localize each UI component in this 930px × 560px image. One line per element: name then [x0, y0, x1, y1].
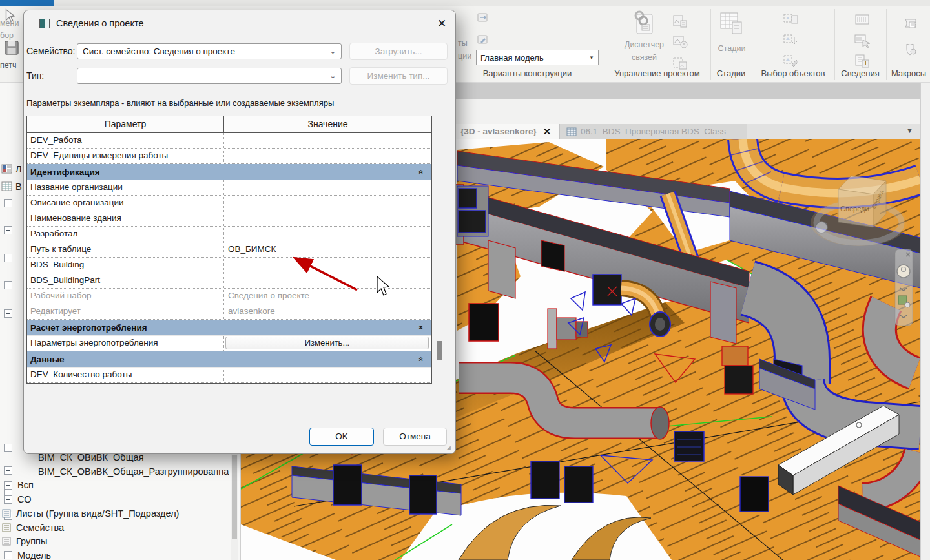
param-value[interactable]: [224, 211, 431, 226]
param-value[interactable]: [224, 196, 431, 211]
tree-expander[interactable]: [4, 281, 12, 289]
edit-energy-button[interactable]: Изменить...: [225, 337, 429, 349]
select-edit-icon[interactable]: [783, 53, 800, 70]
browser-item[interactable]: Всп: [4, 480, 34, 490]
panel-manage-project[interactable]: Управление проектом: [604, 68, 710, 80]
param-value[interactable]: [224, 180, 431, 195]
ribbon-frag-3: петч: [0, 61, 17, 70]
param-row[interactable]: Путь к таблицеОВ_БИМСК: [27, 242, 431, 258]
dialog-icon: [39, 19, 50, 28]
phases-button-label[interactable]: Стадии: [713, 44, 750, 53]
browser-scrollbar[interactable]: [231, 454, 238, 560]
load-button[interactable]: Загрузить...: [349, 43, 448, 60]
tab-list-arrow-icon[interactable]: ▼: [906, 127, 913, 134]
param-row[interactable]: BDS_Building: [27, 258, 431, 273]
panel-macros[interactable]: Макросы: [886, 68, 930, 80]
collapse-chevron-icon[interactable]: «: [417, 170, 426, 174]
panel-inquiry[interactable]: Сведения: [834, 68, 886, 80]
param-value[interactable]: [224, 368, 431, 382]
dialog-close-icon[interactable]: ✕: [433, 16, 451, 32]
cancel-button[interactable]: Отмена: [383, 428, 447, 446]
param-row[interactable]: Разработал: [27, 227, 431, 242]
param-row[interactable]: BDS_BuildingPart: [27, 273, 431, 289]
param-row[interactable]: Описание организации: [27, 196, 431, 211]
tree-expander[interactable]: [4, 551, 12, 559]
param-value[interactable]: avlasenkore: [224, 304, 431, 319]
param-row[interactable]: DEV_Количество работы: [27, 368, 431, 383]
tree-expander[interactable]: [4, 199, 12, 207]
browser-item[interactable]: Листы (Группа вида/SHT_Подраздел): [1, 508, 179, 519]
tree-expander[interactable]: [4, 226, 12, 234]
group-row[interactable]: Расчет энергопотребления«: [27, 320, 431, 336]
manage-links-icon[interactable]: [630, 10, 657, 39]
manage-links-label-1[interactable]: Диспетчер: [614, 40, 675, 49]
browser-item[interactable]: Группы: [1, 536, 47, 546]
param-row[interactable]: DEV_Работа: [27, 133, 431, 149]
navigation-bar[interactable]: [895, 249, 913, 326]
edit-type-button[interactable]: Изменить тип...: [349, 67, 448, 85]
param-value[interactable]: [224, 227, 431, 242]
file-tab[interactable]: [0, 0, 54, 6]
resize-grip[interactable]: ◢: [446, 444, 453, 451]
param-row[interactable]: DEV_Единицы измерения работы: [27, 149, 431, 164]
browser-item[interactable]: BIM_СК_ОВиВК_Общая_Разгруппированна: [38, 466, 229, 477]
ids-icon[interactable]: [854, 12, 871, 28]
panel-selection[interactable]: Выбор объектов: [752, 68, 834, 80]
group-row[interactable]: Идентификация«: [27, 164, 431, 180]
phases-icon[interactable]: [718, 10, 744, 39]
tab-close-icon[interactable]: ✕: [543, 126, 552, 138]
tree-expander[interactable]: [4, 481, 12, 490]
tree-expander[interactable]: [4, 495, 12, 504]
save-icon[interactable]: [4, 40, 19, 56]
param-row[interactable]: Редактируетavlasenkore: [27, 304, 431, 320]
collapse-chevron-icon[interactable]: «: [417, 326, 426, 330]
browser-item-schedules[interactable]: В: [16, 181, 22, 192]
param-row[interactable]: Рабочий наборСведения о проекте: [27, 289, 431, 304]
param-value[interactable]: Изменить...: [224, 336, 431, 351]
param-value[interactable]: [224, 273, 431, 288]
browser-item[interactable]: Модель: [4, 550, 51, 560]
panel-phasing[interactable]: Стадии: [710, 68, 752, 80]
select-load-icon[interactable]: [783, 32, 800, 49]
type-combo[interactable]: ⌄: [77, 68, 342, 84]
param-value[interactable]: ОВ_БИМСК: [224, 242, 431, 257]
param-row[interactable]: Название организации: [27, 180, 431, 196]
browser-scrollbar-thumb[interactable]: [232, 455, 237, 539]
ribbon-frag-1: мени: [0, 19, 19, 28]
browser-item[interactable]: Семейства: [1, 523, 64, 533]
tree-expander[interactable]: [4, 444, 12, 452]
param-value[interactable]: [224, 149, 431, 163]
param-table-body: DEV_РаботаDEV_Единицы измерения работыИд…: [27, 133, 431, 383]
active-design-option-combo[interactable]: Главная модель ▼: [476, 50, 599, 65]
starting-view-icon[interactable]: [672, 34, 688, 50]
tree-expander[interactable]: [4, 466, 12, 475]
param-row[interactable]: Параметры энергопотребленияИзменить...: [27, 336, 431, 351]
param-row[interactable]: Наименование здания: [27, 211, 431, 227]
ok-button[interactable]: OK: [309, 428, 374, 446]
collapse-chevron-icon[interactable]: «: [417, 357, 426, 362]
viewcube-home-icon[interactable]: [816, 222, 827, 233]
select-by-id-icon[interactable]: [854, 32, 871, 49]
tab-bds-view[interactable]: 06.1_BDS_Проверочная BDS_Class: [560, 124, 747, 139]
family-value: Сист. семейство: Сведения о проекте: [83, 47, 235, 56]
warnings-icon[interactable]: [854, 53, 871, 70]
group-row[interactable]: Данные«: [27, 351, 431, 368]
param-value[interactable]: Сведения о проекте: [224, 289, 431, 304]
macro-manager-icon[interactable]: [900, 17, 920, 36]
browser-item[interactable]: СО: [4, 494, 31, 504]
pick-edit-icon[interactable]: [477, 34, 491, 48]
manage-links-label-2[interactable]: связей: [614, 53, 675, 62]
tree-expander[interactable]: [4, 309, 12, 318]
table-scrollbar-thumb[interactable]: [437, 341, 442, 360]
family-combo[interactable]: Сист. семейство: Сведения о проекте ⌄: [77, 43, 342, 59]
select-save-icon[interactable]: [783, 12, 800, 28]
add-to-set-icon[interactable]: [477, 12, 491, 26]
browser-item-legends[interactable]: Л: [16, 164, 22, 174]
param-value[interactable]: [224, 133, 431, 148]
viewcube-front-label[interactable]: Спереди: [840, 205, 869, 213]
tree-expander[interactable]: [4, 254, 12, 262]
decal-types-icon[interactable]: [672, 13, 688, 30]
param-value[interactable]: [224, 258, 431, 273]
macro-security-icon[interactable]: [902, 41, 918, 58]
panel-design-options[interactable]: Варианты конструкции: [452, 68, 603, 80]
